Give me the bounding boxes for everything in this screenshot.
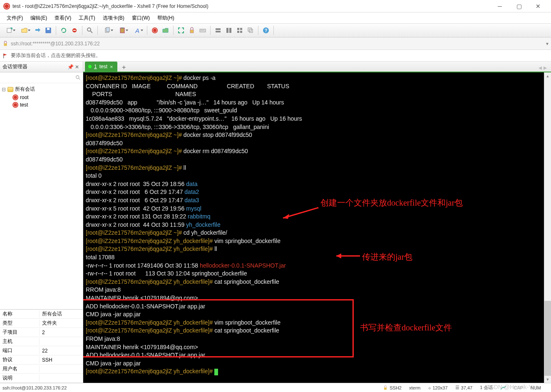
tree-item-test[interactable]: test bbox=[2, 101, 81, 109]
open-button[interactable] bbox=[17, 25, 32, 35]
svg-rect-20 bbox=[237, 28, 239, 30]
status-sessions: 1 会话 bbox=[480, 385, 493, 391]
address-dropdown-icon[interactable]: ▾ bbox=[546, 41, 549, 47]
prop-label: 说明 bbox=[0, 375, 40, 382]
tree-item-label: test bbox=[20, 102, 28, 108]
tab-next-icon[interactable]: ▸ bbox=[544, 64, 547, 72]
help-button[interactable]: ? bbox=[261, 25, 271, 35]
svg-rect-17 bbox=[216, 31, 221, 32]
close-button[interactable]: ✕ bbox=[529, 0, 548, 12]
lock-icon bbox=[2, 41, 8, 47]
prop-label: 协议 bbox=[0, 356, 40, 363]
terminal[interactable]: [root@iZ2ze17576m2enj6qga2jlZ ~]# docker… bbox=[83, 72, 551, 383]
pin-icon[interactable]: 📌 bbox=[67, 64, 74, 70]
tree-item-label: root bbox=[20, 94, 29, 100]
tab-add-button[interactable]: + bbox=[120, 63, 128, 72]
tip-text: 要添加当前会话，点击左侧的箭头按钮。 bbox=[11, 52, 101, 59]
scroll-up-icon[interactable]: ▲ bbox=[544, 72, 551, 79]
cascade-button[interactable] bbox=[246, 25, 256, 35]
svg-rect-18 bbox=[226, 28, 228, 33]
menu-help[interactable]: 帮助(H) bbox=[154, 13, 178, 23]
status-position: ☰ 37,47 bbox=[455, 385, 473, 390]
tile-grid-button[interactable] bbox=[235, 25, 245, 35]
status-ssh: SSH2 bbox=[383, 385, 402, 390]
status-term: xterm bbox=[409, 385, 421, 390]
menu-window[interactable]: 窗口(W) bbox=[129, 13, 153, 23]
expander-icon[interactable]: ⊟ bbox=[2, 87, 6, 92]
sidebar-title: 会话管理器 bbox=[2, 63, 27, 70]
reconnect-button[interactable] bbox=[59, 25, 69, 35]
svg-rect-3 bbox=[47, 28, 50, 30]
sidebar-search bbox=[0, 72, 83, 83]
status-address: ssh://root@101.200.233.176:22 bbox=[2, 385, 67, 390]
svg-rect-11 bbox=[190, 30, 194, 33]
sidebar-header: 会话管理器 📌 ✕ bbox=[0, 62, 83, 72]
tab-label: test bbox=[99, 64, 107, 69]
new-session-button[interactable] bbox=[2, 25, 17, 35]
menu-file[interactable]: 文件(F) bbox=[3, 13, 26, 23]
window-title: test - root@iZ2ze17576m2enj6qga2jlZ:~/yh… bbox=[12, 3, 490, 9]
scrollbar-thumb[interactable] bbox=[544, 301, 551, 376]
svg-rect-10 bbox=[121, 27, 124, 29]
search-input[interactable] bbox=[2, 74, 75, 82]
tile-h-button[interactable] bbox=[213, 25, 223, 35]
xftp-button[interactable] bbox=[161, 25, 171, 35]
tab-test[interactable]: 1 test × bbox=[85, 62, 117, 72]
tree-root[interactable]: ⊟ 所有会话 bbox=[2, 85, 81, 94]
font-button[interactable]: A bbox=[130, 25, 144, 35]
tree-item-root[interactable]: root bbox=[2, 94, 81, 101]
keyboard-button[interactable] bbox=[198, 25, 208, 35]
search-icon[interactable] bbox=[75, 75, 81, 81]
close-panel-icon[interactable]: ✕ bbox=[74, 64, 80, 70]
save-button[interactable] bbox=[43, 25, 53, 35]
menu-tab[interactable]: 选项卡(B) bbox=[99, 13, 128, 23]
transfer-button[interactable] bbox=[32, 25, 42, 35]
disconnect-button[interactable] bbox=[69, 25, 79, 35]
addressbar[interactable]: ssh://root:*********@101.200.233.176:22 … bbox=[0, 37, 551, 50]
copy-button[interactable] bbox=[100, 25, 114, 35]
prop-header-value: 所有会话 bbox=[40, 310, 83, 318]
titlebar: test - root@iZ2ze17576m2enj6qga2jlZ:~/yh… bbox=[0, 0, 551, 12]
paste-button[interactable] bbox=[115, 25, 129, 35]
svg-rect-22 bbox=[237, 31, 239, 33]
svg-rect-21 bbox=[240, 28, 242, 30]
tab-close-icon[interactable]: × bbox=[110, 64, 113, 70]
fullscreen-button[interactable] bbox=[176, 25, 186, 35]
toolbar: A ? bbox=[0, 23, 551, 37]
search-button[interactable] bbox=[85, 25, 95, 35]
scrollbar-vertical[interactable]: ▲ ▼ bbox=[544, 72, 551, 383]
session-tree: ⊟ 所有会话 root test bbox=[0, 83, 83, 309]
address-text: ssh://root:*********@101.200.233.176:22 bbox=[11, 41, 100, 47]
svg-text:?: ? bbox=[265, 28, 268, 33]
svg-rect-24 bbox=[248, 28, 251, 31]
svg-rect-28 bbox=[4, 43, 7, 46]
svg-rect-12 bbox=[200, 29, 206, 32]
menu-view[interactable]: 查看(V) bbox=[51, 13, 74, 23]
svg-rect-30 bbox=[384, 387, 387, 390]
prop-value: SSH bbox=[40, 357, 83, 363]
tab-prev-icon[interactable]: ◂ bbox=[539, 64, 542, 72]
lock-button[interactable] bbox=[187, 25, 197, 35]
status-num: NUM bbox=[531, 385, 541, 390]
prop-label: 子项目 bbox=[0, 329, 40, 336]
svg-rect-19 bbox=[229, 28, 231, 33]
tipbar: 要添加当前会话，点击左侧的箭头按钮。 bbox=[0, 50, 551, 62]
tabstrip: 1 test × + ◂ ▸ bbox=[83, 62, 551, 72]
scroll-down-icon[interactable]: ▼ bbox=[544, 376, 551, 383]
menu-edit[interactable]: 编辑(E) bbox=[27, 13, 50, 23]
status-caps: CAP bbox=[514, 385, 523, 390]
prop-value: 2 bbox=[40, 330, 83, 335]
folder-icon bbox=[7, 87, 13, 92]
svg-rect-23 bbox=[240, 31, 242, 33]
prop-label: 主机 bbox=[0, 338, 40, 345]
svg-rect-16 bbox=[216, 28, 221, 30]
svg-point-6 bbox=[87, 28, 91, 31]
xagent-button[interactable] bbox=[150, 25, 160, 35]
minimize-button[interactable]: ─ bbox=[490, 0, 509, 12]
svg-point-29 bbox=[76, 75, 79, 78]
maximize-button[interactable]: ▢ bbox=[509, 0, 529, 12]
tile-v-button[interactable] bbox=[224, 25, 234, 35]
svg-point-1 bbox=[11, 27, 12, 29]
property-grid: 名称 所有会话 类型文件夹 子项目2 主机 端口22 协议SSH 用户名 说明 bbox=[0, 309, 83, 383]
menu-tools[interactable]: 工具(T) bbox=[75, 13, 98, 23]
